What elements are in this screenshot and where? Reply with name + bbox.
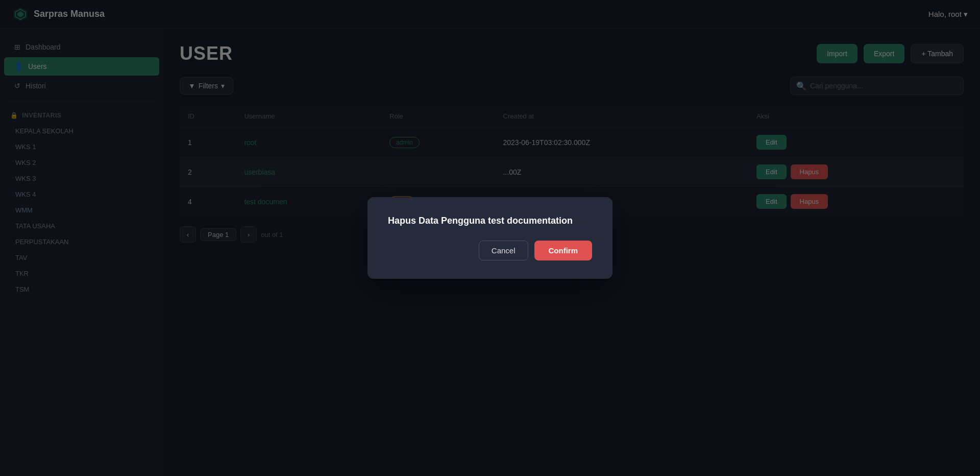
confirm-button[interactable]: Confirm [534, 241, 593, 260]
modal-overlay: Hapus Data Pengguna test documentation C… [0, 0, 980, 476]
modal-actions: Cancel Confirm [388, 241, 592, 260]
modal-title: Hapus Data Pengguna test documentation [388, 216, 592, 226]
modal-box: Hapus Data Pengguna test documentation C… [368, 197, 612, 279]
cancel-button[interactable]: Cancel [479, 241, 528, 260]
